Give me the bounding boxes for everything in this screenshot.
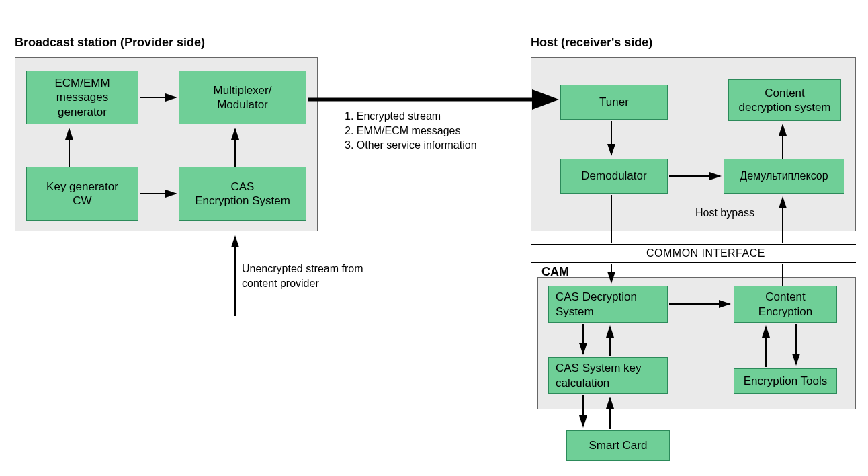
host-title: Host (receiver's side) xyxy=(531,36,652,50)
content-encryption-box: Content Encryption xyxy=(734,286,837,323)
multiplexer-box: Multiplexer/ Modulator xyxy=(179,71,306,124)
encryption-tools-box: Encryption Tools xyxy=(734,368,837,394)
demodulator-box: Demodulator xyxy=(560,159,668,194)
common-interface-label: COMMON INTERFACE xyxy=(646,247,765,260)
smart-card-box: Smart Card xyxy=(566,430,670,461)
cas-encryption-box: CAS Encryption System xyxy=(179,167,306,221)
provider-title: Broadcast station (Provider side) xyxy=(15,36,205,50)
stream-label: 1. Encrypted stream 2. EMM/ECM messages … xyxy=(345,109,513,153)
key-calculation-box: CAS System key calculation xyxy=(548,357,668,394)
tuner-box: Tuner xyxy=(560,85,668,120)
demultiplexer-box: Демультиплексор xyxy=(724,159,844,194)
diagram-canvas: Broadcast station (Provider side) Host (… xyxy=(0,0,868,476)
content-decryption-box: Content decryption system xyxy=(728,79,841,121)
cas-decryption-box: CAS Decryption System xyxy=(548,286,668,323)
unencrypted-label: Unencrypted stream from content provider xyxy=(242,262,390,290)
ecm-emm-box: ECM/EMM messages generator xyxy=(26,71,138,124)
key-generator-box: Key generator CW xyxy=(26,167,138,221)
host-bypass-label: Host bypass xyxy=(695,207,754,219)
